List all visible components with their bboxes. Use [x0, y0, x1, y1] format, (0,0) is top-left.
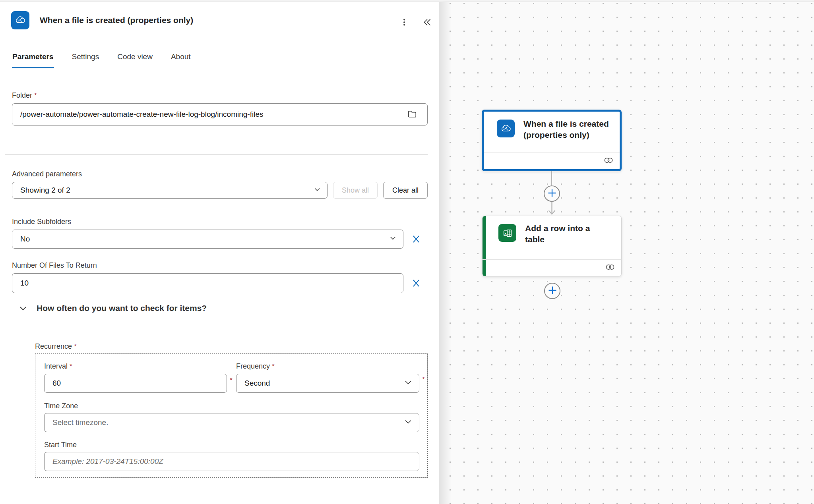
tab-about[interactable]: About [171, 51, 191, 68]
timezone-placeholder: Select timezone. [52, 418, 404, 427]
onedrive-icon [11, 11, 29, 29]
start-time-input[interactable] [44, 452, 419, 471]
recurrence-label: Recurrence* [35, 342, 77, 351]
advanced-parameters-label: Advanced parameters [12, 170, 82, 178]
svg-text:x: x [504, 231, 507, 235]
action-card-body: x Add a row into a table [483, 216, 621, 245]
power-automate-designer: When a file is created (properties only) [0, 0, 814, 504]
folder-icon [407, 109, 417, 120]
number-of-files-input[interactable] [12, 273, 403, 293]
required-asterisk: * [422, 376, 425, 384]
include-subfolders-value: No [20, 235, 389, 243]
panel-title: When a file is created (properties only) [40, 15, 193, 25]
panel-header-actions [397, 15, 435, 30]
connector-line [551, 171, 552, 185]
required-asterisk: * [74, 343, 77, 350]
action-card[interactable]: x Add a row into a table [482, 216, 622, 276]
frequency-dropdown[interactable]: Second [236, 374, 419, 393]
folder-input[interactable] [12, 103, 428, 126]
advanced-parameters-selected: Showing 2 of 2 [20, 186, 314, 195]
folder-label: Folder* [12, 91, 37, 100]
how-often-collapse-toggle[interactable]: How often do you want to check for items… [18, 303, 207, 313]
dismiss-x-icon [411, 234, 421, 245]
trigger-card[interactable]: When a file is created (properties only) [482, 110, 622, 171]
remove-number-of-files-button[interactable] [410, 278, 422, 290]
three-dot-menu-icon [400, 18, 408, 27]
timezone-dropdown[interactable]: Select timezone. [44, 413, 419, 432]
trigger-card-title: When a file is created (properties only) [523, 118, 612, 141]
include-subfolders-label: Include Subfolders [12, 218, 71, 226]
chevron-down-icon [404, 378, 413, 389]
dismiss-x-icon [411, 278, 421, 289]
how-often-heading: How often do you want to check for items… [37, 303, 207, 313]
interval-label: Interval* [44, 362, 72, 371]
start-time-label: Start Time [44, 441, 77, 449]
required-asterisk: * [70, 363, 72, 370]
onedrive-icon [497, 120, 515, 137]
collapse-panel-button[interactable] [420, 15, 435, 30]
include-subfolders-dropdown[interactable]: No [12, 230, 403, 249]
panel-tabs: Parameters Settings Code view About [12, 51, 191, 68]
flow-canvas: When a file is created (properties only) [439, 0, 814, 504]
folder-picker-button[interactable] [406, 108, 418, 120]
chevron-down-icon [314, 186, 321, 195]
excel-icon: x [498, 224, 516, 242]
double-chevron-left-icon [422, 17, 432, 29]
connector-arrow [546, 202, 558, 215]
chevron-down-icon [389, 234, 397, 244]
plus-icon [547, 188, 557, 199]
show-all-button[interactable]: Show all [333, 182, 378, 199]
frequency-value: Second [244, 379, 404, 388]
clear-all-button[interactable]: Clear all [383, 182, 428, 199]
trigger-config-panel: When a file is created (properties only) [0, 0, 439, 504]
timezone-label: Time Zone [44, 402, 78, 410]
more-options-button[interactable] [397, 15, 412, 30]
required-asterisk: * [272, 363, 275, 370]
connection-link-icon [604, 157, 613, 165]
action-card-footer [483, 259, 621, 276]
trigger-card-body: When a file is created (properties only) [484, 112, 620, 141]
required-asterisk: * [230, 377, 233, 384]
trigger-card-footer [484, 153, 620, 169]
plus-icon [548, 286, 557, 296]
section-divider [5, 154, 428, 155]
interval-input[interactable] [44, 374, 227, 393]
tab-code-view[interactable]: Code view [117, 51, 153, 68]
tab-settings[interactable]: Settings [72, 51, 100, 68]
connection-link-icon [605, 264, 615, 272]
frequency-label: Frequency* [236, 362, 275, 371]
chevron-down-icon [18, 303, 28, 313]
required-asterisk: * [34, 92, 37, 99]
add-action-button[interactable] [544, 283, 560, 299]
chevron-down-icon [404, 417, 413, 428]
remove-include-subfolders-button[interactable] [410, 234, 422, 245]
insert-step-button[interactable] [544, 185, 560, 202]
top-edge-strip [0, 0, 814, 2]
tab-parameters[interactable]: Parameters [12, 51, 54, 68]
action-card-title: Add a row into a table [525, 223, 610, 245]
panel-header: When a file is created (properties only) [11, 11, 193, 29]
number-of-files-label: Number Of Files To Return [12, 261, 97, 270]
advanced-parameters-dropdown[interactable]: Showing 2 of 2 [12, 182, 328, 199]
